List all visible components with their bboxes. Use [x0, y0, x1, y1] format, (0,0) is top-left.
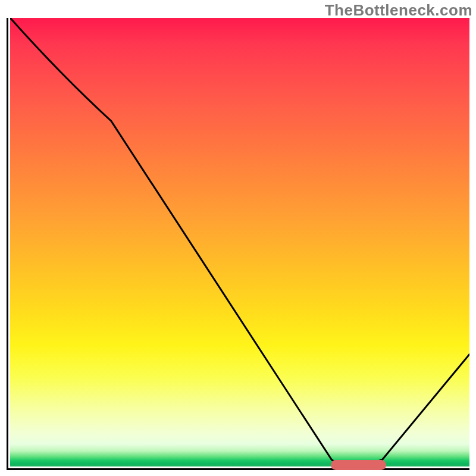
watermark-text: TheBottleneck.com [325, 1, 472, 20]
plot-area [7, 18, 469, 470]
optimal-range-marker [331, 460, 386, 470]
chart-frame: TheBottleneck.com [0, 0, 476, 476]
bottleneck-curve [10, 18, 469, 466]
